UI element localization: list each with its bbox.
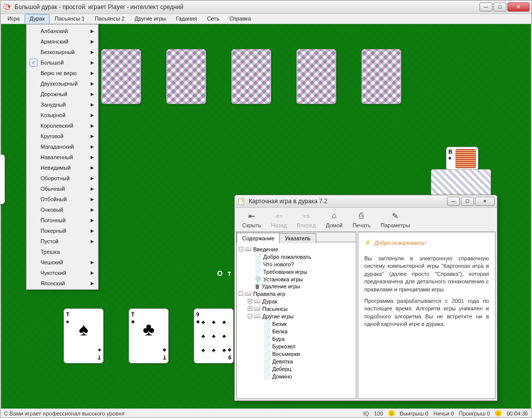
menu-справка[interactable]: Справка	[224, 14, 256, 24]
svg-text:?: ?	[240, 198, 243, 204]
tree-book[interactable]: +📖Пасьянсы	[239, 305, 354, 312]
submenu-arrow-icon: ▶	[91, 144, 94, 149]
menu-item-Очковый[interactable]: Очковый▶	[28, 204, 97, 215]
discard-edge	[0, 154, 5, 204]
toolbar-hide-button[interactable]: ⇤Скрыть	[238, 209, 266, 230]
menu-item-Японский[interactable]: Японский▶	[28, 278, 97, 288]
page-icon: 📄	[264, 350, 271, 357]
tree-page[interactable]: 📄Что нового?	[239, 260, 354, 268]
submenu-arrow-icon: ▶	[91, 123, 94, 128]
iq-value: 100	[374, 410, 383, 416]
check-icon: ✓	[30, 59, 38, 67]
help-icon: ?	[238, 197, 246, 205]
minimize-button[interactable]	[479, 3, 492, 12]
menu-item-Круговой[interactable]: Круговой▶	[28, 131, 97, 141]
page-icon: 📄	[264, 365, 271, 372]
tree-page[interactable]: 📄Белка	[239, 327, 354, 335]
window-controls	[479, 3, 529, 12]
help-paragraph: Вы заглянули в электронную справочную си…	[364, 255, 489, 293]
tree-page[interactable]: 📄Буркозел	[239, 342, 354, 350]
toolbar-home-button[interactable]: ⌂Домой	[321, 209, 347, 230]
menu-item-Наваленный[interactable]: Наваленный▶	[28, 152, 97, 162]
menu-игра[interactable]: Игра	[3, 14, 25, 24]
tree-page[interactable]: 📄Безик	[239, 320, 354, 327]
menu-item-Занудный[interactable]: Занудный▶	[28, 99, 97, 110]
tree-book[interactable]: -📖Правила игр	[239, 290, 354, 297]
tree-page[interactable]: 📄Домино	[239, 372, 354, 380]
menu-item-Погонный[interactable]: Погонный▶	[28, 215, 97, 225]
menu-item-Чукотский[interactable]: Чукотский▶	[28, 267, 97, 278]
player-card-ace-clubs[interactable]: Т♣ Т♣ ♣	[129, 308, 169, 363]
menu-item-Чешский[interactable]: Чешский▶	[28, 257, 97, 267]
player-card-ace-spades[interactable]: Т♠ Т♠ ♠	[64, 308, 104, 363]
submenu-arrow-icon: ▶	[91, 81, 94, 86]
menu-item-Дорожный[interactable]: Дорожный▶	[28, 89, 97, 99]
statusbar: С Вами играет профессионал высокого уров…	[1, 408, 531, 417]
help-close-button[interactable]: ✕	[475, 197, 495, 206]
tree-page[interactable]: 📄Восьмерки	[239, 350, 354, 357]
tree-page[interactable]: 📄Девятка	[239, 357, 354, 365]
expand-icon[interactable]: -	[239, 291, 243, 296]
tree-page[interactable]: 📄Требования игры	[239, 268, 354, 275]
menu-item-Невидимый[interactable]: Невидимый▶	[28, 162, 97, 173]
help-minimize-button[interactable]	[447, 197, 460, 206]
menu-item-Отбойный[interactable]: Отбойный▶	[28, 194, 97, 204]
page-icon: 📄	[264, 335, 271, 342]
menu-item-Оборотный[interactable]: Оборотный▶	[28, 173, 97, 183]
menu-другие игры[interactable]: Другие игры	[130, 14, 171, 24]
losses-text: Проигрыш 0	[459, 410, 490, 416]
menu-гадания[interactable]: Гадания	[171, 14, 202, 24]
tab-contents[interactable]: Содержание	[237, 233, 280, 243]
player-card-nine-clubs[interactable]: 9♣ 9♣ ♣♣♣♣♣♣♣♣♣	[194, 308, 234, 363]
menu-item-Козырной[interactable]: Козырной▶	[28, 110, 97, 120]
tree-page[interactable]: 📄Добро пожаловать	[239, 253, 354, 260]
submenu-arrow-icon: ▶	[91, 186, 94, 191]
menu-item-Албанский[interactable]: Албанский▶	[28, 26, 97, 36]
menu-item-Двухкозырный[interactable]: Двухкозырный▶	[28, 78, 97, 89]
menu-item-Обычный[interactable]: Обычный▶	[28, 183, 97, 194]
tree-page[interactable]: 📄Бура	[239, 335, 354, 342]
help-maximize-button[interactable]	[461, 197, 474, 206]
tree-page[interactable]: 💿Установка игры	[239, 275, 354, 283]
expand-icon[interactable]: -	[248, 314, 252, 318]
menu-пасьянсы 2[interactable]: Пасьянсы 2	[90, 14, 130, 24]
close-button[interactable]	[507, 3, 529, 12]
help-paragraph: Программа разрабатывается с 2001 года по…	[364, 297, 489, 328]
submenu-arrow-icon: ▶	[91, 102, 94, 107]
toolbar-options-button[interactable]: ✎Параметры	[376, 209, 414, 230]
tree-book[interactable]: -📖Другие игры	[239, 312, 354, 320]
menu-item-Трешка[interactable]: Трешка	[28, 246, 97, 257]
expand-icon[interactable]: +	[248, 299, 252, 303]
tree-book[interactable]: +📖Дурак	[239, 297, 354, 305]
maximize-button[interactable]	[493, 3, 506, 12]
menu-item-Верю не верю[interactable]: Верю не верю▶	[28, 68, 97, 78]
tree-page[interactable]: 📄Деберц	[239, 365, 354, 372]
menu-item-Магаданский[interactable]: Магаданский▶	[28, 141, 97, 152]
menu-item-Безкозырный[interactable]: Безкозырный▶	[28, 47, 97, 57]
tree-book[interactable]: -📖Введение	[239, 245, 354, 253]
menu-item-Армянский[interactable]: Армянский▶	[28, 36, 97, 47]
main-titlebar[interactable]: ♥ Большой дурак - простой: играет Player…	[1, 1, 531, 14]
submenu-arrow-icon: ▶	[91, 92, 94, 97]
smiley-icon: ☺	[388, 410, 395, 416]
menu-пасьянсы 1[interactable]: Пасьянсы 1	[50, 14, 90, 24]
menu-сеть[interactable]: Сеть	[202, 14, 224, 24]
submenu-arrow-icon: ▶	[91, 270, 94, 275]
tree-page[interactable]: 🗑Удаление игры	[239, 283, 354, 290]
menu-item-Большой[interactable]: ✓Большой▶	[28, 57, 97, 68]
tab-index[interactable]: Указатель	[279, 233, 316, 243]
toolbar-back-button: ⇦Назад	[267, 209, 292, 230]
help-titlebar[interactable]: ? Карточная игра в дурака 7.2 ✕	[235, 195, 497, 208]
expand-icon[interactable]: +	[248, 306, 252, 311]
help-heading: ⚡ Добро пожаловать!	[364, 239, 489, 246]
toolbar-print-button[interactable]: ⎙Печать	[348, 209, 375, 230]
help-tabs: Содержание Указатель	[237, 232, 356, 242]
menu-item-Покерный[interactable]: Покерный▶	[28, 225, 97, 236]
menu-item-Пустой[interactable]: Пустой▶	[28, 236, 97, 246]
help-content: ⚡ Добро пожаловать! Вы заглянули в элект…	[358, 232, 495, 399]
menu-item-Королевский[interactable]: Королевский▶	[28, 120, 97, 131]
opponent-card	[361, 49, 401, 104]
submenu-arrow-icon: ▶	[91, 165, 94, 170]
expand-icon[interactable]: -	[239, 247, 243, 251]
menu-дурак[interactable]: Дурак	[25, 14, 50, 24]
